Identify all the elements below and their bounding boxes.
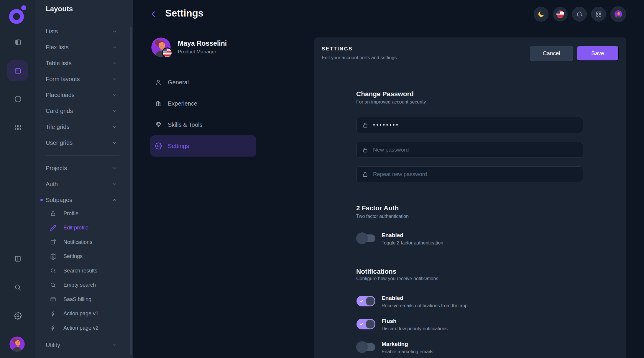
reader-icon [14, 38, 22, 46]
profile-menu-item-general[interactable]: General [150, 72, 256, 93]
sidebar-subitem-action-page-v2[interactable]: Action page v2 [35, 321, 133, 335]
toggle-description: Toggle 2 factor authentication [382, 240, 443, 246]
sidebar-item-flex-lists[interactable]: Flex lists [35, 39, 133, 55]
sidebar-subitem-profile[interactable]: Profile [35, 206, 133, 221]
sidebar-subitem-label: SaaS billing [63, 296, 91, 303]
toggle-description: Discard low priority notifications [382, 326, 448, 332]
sidebar-subitem-label: Settings [63, 253, 83, 260]
chevron-down-icon [112, 45, 117, 50]
profile-summary: Maya Rosselini Product Manager [151, 37, 227, 57]
us-flag-badge-icon [162, 47, 172, 58]
sidebar-item-placeloads[interactable]: Placeloads [35, 87, 133, 103]
sidebar-item-label: Flex lists [46, 44, 112, 51]
toggle-enabled-on[interactable] [356, 296, 375, 306]
toggle-enabled-off[interactable] [356, 233, 375, 244]
sidebar-item-form-layouts[interactable]: Form layouts [35, 71, 133, 87]
bell-icon [576, 10, 583, 18]
toggle-flush-on[interactable] [356, 319, 375, 329]
toggle-label: Enabled [382, 232, 443, 239]
toggle-row-marketing: MarketingEnable marketing emails [356, 341, 433, 355]
credit-card-icon [50, 296, 56, 303]
person-icon [155, 79, 162, 86]
toggle-knob [356, 341, 368, 353]
user-avatar [9, 336, 25, 352]
sidebar-item-label: Subpages [46, 197, 112, 203]
header-button-us-flag[interactable] [553, 7, 568, 22]
new-password-input[interactable] [373, 147, 578, 153]
header-button-moon[interactable] [534, 7, 548, 22]
toggle-knob [366, 297, 374, 306]
notifications-title: Notifications [356, 268, 396, 275]
rail-button-columns[interactable] [11, 252, 25, 266]
repeat-password-field [356, 166, 583, 182]
profile-menu-item-skills-tools[interactable]: Skills & Tools [150, 114, 256, 135]
toggle-description: Receive emails notifications from the ap… [382, 303, 468, 309]
sidebar-item-tile-grids[interactable]: Tile grids [35, 119, 133, 135]
rail-button-search[interactable] [11, 280, 25, 294]
sidebar-item-auth[interactable]: Auth [35, 176, 133, 192]
sidebar-item-lists[interactable]: Lists [35, 23, 133, 39]
profile-menu-label: Skills & Tools [168, 121, 202, 128]
rail-button-gear[interactable] [11, 308, 25, 323]
us-flag-icon [556, 10, 564, 18]
save-button[interactable]: Save [577, 46, 619, 61]
sidebar-subitem-notifications[interactable]: Notifications [35, 235, 133, 249]
app-root: Layouts ListsFlex listsTable listsForm l… [0, 0, 644, 358]
rail-button-window[interactable] [11, 64, 25, 78]
sidebar-item-label: Projects [46, 165, 112, 172]
gear-icon [50, 253, 56, 260]
sidebar-item-table-lists[interactable]: Table lists [35, 55, 133, 71]
sidebar-subitem-label: Action page v2 [63, 325, 98, 331]
lightning-icon [50, 311, 56, 317]
profile-menu-item-experience[interactable]: Experience [150, 93, 256, 114]
lock-icon [362, 122, 369, 129]
brand-logo-dot [21, 5, 26, 10]
toggle-knob [356, 232, 368, 244]
cancel-button[interactable]: Cancel [530, 46, 573, 61]
chevron-down-icon [112, 29, 117, 34]
sidebar-subitem-saas-billing[interactable]: SaaS billing [35, 292, 133, 307]
sidebar-item-label: Lists [46, 28, 112, 35]
brand-logo-ring [9, 9, 24, 24]
rail-button-reader[interactable] [11, 35, 25, 49]
current-password-input[interactable] [373, 122, 578, 128]
sidebar-item-user-grids[interactable]: User grids [35, 135, 133, 151]
moon-icon [537, 10, 545, 18]
repeat-password-input[interactable] [373, 171, 578, 178]
sidebar-subitem-empty-search[interactable]: Empty search [35, 278, 133, 293]
rail-button-chat[interactable] [11, 92, 25, 106]
profile-menu-label: General [168, 79, 189, 86]
lightning-icon [50, 325, 56, 331]
sidebar-item-utility[interactable]: Utility [35, 337, 133, 353]
sidebar-item-label: Card grids [46, 108, 112, 114]
current-password-field [356, 117, 583, 133]
sidebar-item-label: Utility [46, 342, 112, 349]
sidebar-scrollbar[interactable] [130, 27, 132, 355]
toggle-description: Enable marketing emails [382, 349, 433, 355]
sidebar-item-card-grids[interactable]: Card grids [35, 103, 133, 119]
sidebar-item-projects[interactable]: Projects [35, 160, 133, 176]
sidebar-item-label: Form layouts [46, 76, 112, 83]
rail-button-grid[interactable] [11, 120, 25, 134]
back-button[interactable] [148, 9, 159, 20]
profile-menu-item-settings[interactable]: Settings [150, 135, 256, 157]
header-user-avatar[interactable] [610, 6, 626, 22]
sidebar-subitem-label: Action page v1 [63, 311, 98, 317]
chevron-down-icon [112, 108, 117, 114]
toggle-row-enabled: EnabledToggle 2 factor authentication [356, 232, 443, 246]
sidebar-subitem-search-results[interactable]: Search results [35, 264, 133, 278]
brand-logo-icon[interactable] [9, 7, 27, 24]
rail-user-avatar[interactable] [9, 336, 25, 352]
header-button-bell[interactable] [572, 7, 587, 22]
sidebar-divider [46, 155, 119, 156]
sidebar-subitem-action-page-v1[interactable]: Action page v1 [35, 307, 133, 321]
sidebar-item-subpages[interactable]: Subpages [35, 192, 133, 208]
sidebar-subitem-edit-profile[interactable]: Edit profile [35, 221, 133, 235]
two-factor-title: 2 Factor Auth [356, 204, 399, 212]
sidebar-item-label: Tile grids [46, 124, 112, 130]
toggle-marketing-off[interactable] [356, 342, 375, 352]
user-avatar [615, 10, 622, 18]
toggle-label: Flush [382, 318, 448, 325]
sidebar-subitem-settings[interactable]: Settings [35, 249, 133, 264]
header-button-apps[interactable] [591, 7, 606, 22]
